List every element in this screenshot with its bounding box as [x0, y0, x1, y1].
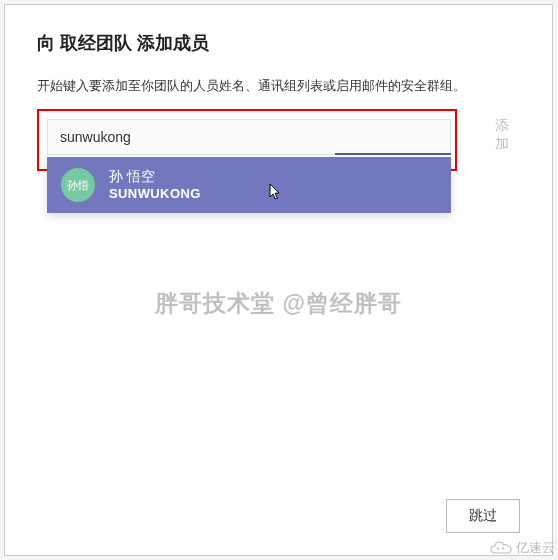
member-search-input[interactable] — [47, 119, 451, 155]
dialog-subtitle: 开始键入要添加至你团队的人员姓名、通讯组列表或启用邮件的安全群组。 — [37, 77, 520, 95]
avatar-initials: 孙悟 — [67, 178, 89, 193]
title-prefix: 向 — [37, 33, 60, 53]
avatar: 孙悟 — [61, 168, 95, 202]
search-suggestions-dropdown: 孙悟 孙 悟空 SUNWUKONG — [47, 157, 451, 213]
dialog-title: 向 取经团队 添加成员 — [37, 31, 520, 55]
person-display-name: 孙 悟空 — [109, 168, 201, 186]
watermark-center-text: 胖哥技术堂 @曾经胖哥 — [5, 288, 552, 319]
person-id: SUNWUKONG — [109, 186, 201, 202]
title-team-name: 取经团队 — [60, 33, 132, 53]
suggestion-item[interactable]: 孙悟 孙 悟空 SUNWUKONG — [47, 157, 451, 213]
person-info: 孙 悟空 SUNWUKONG — [109, 168, 201, 202]
add-button[interactable]: 添加 — [481, 117, 523, 151]
title-suffix: 添加成员 — [132, 33, 209, 53]
add-row: 孙悟 孙 悟空 SUNWUKONG 添加 — [37, 109, 520, 171]
highlight-annotation: 孙悟 孙 悟空 SUNWUKONG — [37, 109, 457, 171]
add-members-dialog: 向 取经团队 添加成员 开始键入要添加至你团队的人员姓名、通讯组列表或启用邮件的… — [4, 4, 553, 556]
skip-button[interactable]: 跳过 — [446, 499, 520, 533]
search-field-wrapper: 孙悟 孙 悟空 SUNWUKONG — [47, 119, 451, 155]
input-focus-underline — [335, 153, 451, 155]
